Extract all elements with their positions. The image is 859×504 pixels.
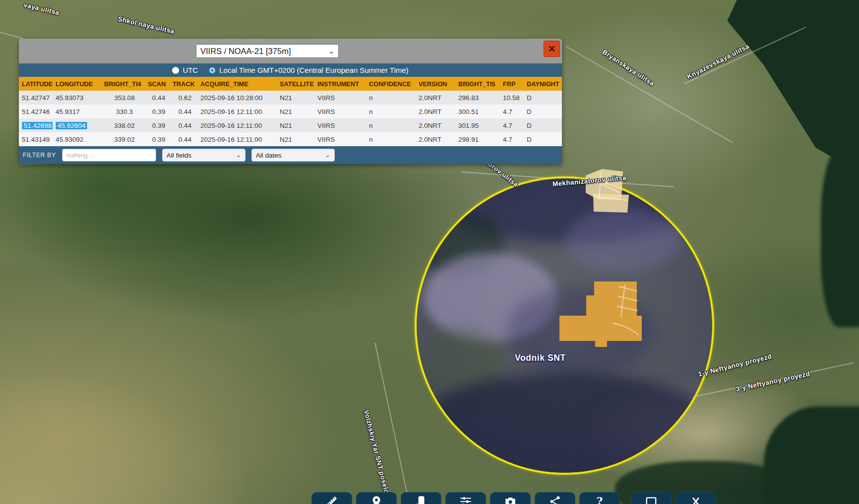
table-cell[interactable]: 0.39 (145, 136, 170, 143)
table-row[interactable]: 51.4274745.93073353.080.440.622025-09-16… (19, 91, 562, 105)
camera-icon (504, 495, 517, 504)
table-cell[interactable]: 0.62 (170, 94, 197, 102)
table-cell[interactable]: 2.0NRT (416, 94, 455, 102)
toolbar-help-button[interactable]: ? (579, 492, 620, 504)
table-cell[interactable]: 0.44 (170, 122, 197, 129)
table-cell[interactable]: 2025-09-16 12:11:00 (197, 108, 277, 115)
table-cell[interactable]: 2025-09-16 12:11:00 (197, 122, 277, 129)
table-cell[interactable]: 51.42746 (19, 108, 53, 115)
toolbar-location-button[interactable] (356, 492, 397, 504)
table-cell[interactable]: 2.0NRT (416, 136, 455, 143)
map-water-right-edge (821, 149, 859, 327)
table-cell[interactable]: N21 (277, 94, 314, 102)
column-header-frp[interactable]: FRP (500, 80, 524, 88)
toolbar-share-button[interactable] (535, 492, 575, 504)
table-cell[interactable]: N21 (277, 136, 314, 143)
table-cell[interactable]: 353.08 (101, 94, 145, 102)
time-mode-bar: UTC Local Time GMT+0200 (Central Europea… (19, 63, 562, 77)
table-cell[interactable]: 2025-09-16 10:28:00 (197, 94, 277, 102)
table-cell[interactable]: 51.42698 (19, 122, 53, 129)
fire-data-panel: VIIRS / NOAA-21 [375m] ⌄ ✕ UTC Local Tim… (19, 39, 562, 164)
table-cell[interactable]: n (366, 108, 416, 115)
column-header-daynight[interactable]: DAYNIGHT (524, 80, 562, 88)
table-cell[interactable]: 45.92604 (53, 122, 101, 129)
rectangle-icon (645, 495, 658, 504)
table-cell[interactable]: 4.7 (500, 122, 524, 129)
table-cell[interactable]: D (524, 122, 562, 129)
table-cell[interactable]: 45.93073 (53, 94, 101, 102)
table-cell[interactable]: n (366, 122, 416, 129)
table-cell[interactable]: VIIRS (314, 136, 366, 143)
table-cell[interactable]: D (524, 136, 562, 143)
table-cell[interactable]: 339.02 (101, 136, 145, 143)
dates-select[interactable]: All dates ⌄ (251, 149, 335, 162)
table-cell[interactable]: 300.51 (455, 108, 500, 115)
toolbar-rectangle-button[interactable] (631, 492, 672, 504)
table-cell[interactable]: 298.91 (455, 136, 500, 143)
toolbar-camera-button[interactable] (490, 492, 531, 504)
radio-icon (172, 67, 179, 74)
table-cell[interactable]: 4.7 (500, 136, 524, 143)
column-header-instrument[interactable]: INSTRUMENT (314, 80, 366, 88)
table-cell[interactable]: 301.95 (455, 122, 500, 129)
table-cell[interactable]: 0.44 (170, 108, 197, 115)
burn-mid-patch (506, 287, 655, 377)
table-cell[interactable]: 0.44 (170, 136, 197, 143)
table-cell[interactable]: 10.58 (500, 94, 524, 102)
fields-select[interactable]: All fields ⌄ (162, 149, 245, 162)
burn-area-overlay (417, 178, 712, 473)
filter-by-label: FILTER BY (23, 152, 56, 159)
toolbar-card-button[interactable] (401, 492, 441, 504)
column-header-track[interactable]: TRACK (170, 80, 197, 88)
column-header-confidence[interactable]: CONFIDENCE (366, 80, 416, 88)
column-header-scan[interactable]: SCAN (145, 80, 170, 88)
table-cell[interactable]: 2.0NRT (416, 108, 455, 115)
panel-close-button[interactable]: ✕ (544, 41, 560, 57)
table-cell[interactable]: n (366, 94, 416, 102)
column-header-longitude[interactable]: LONGITUDE (53, 80, 101, 88)
table-cell[interactable]: D (524, 94, 562, 102)
table-cell[interactable]: 45.93092 (53, 136, 101, 143)
share-icon (549, 495, 561, 504)
table-cell[interactable]: N21 (277, 108, 314, 115)
table-row[interactable]: 51.4274645.9317330.30.390.442025-09-16 1… (19, 105, 562, 118)
table-cell[interactable]: 2.0NRT (416, 122, 455, 129)
toolbar-close-button[interactable] (675, 492, 716, 504)
table-cell[interactable]: VIIRS (314, 122, 366, 129)
column-header-version[interactable]: VERSION (416, 80, 455, 88)
table-row[interactable]: 51.4269845.92604338.020.390.442025-09-16… (19, 118, 562, 132)
table-cell[interactable]: 51.43149 (19, 136, 53, 143)
table-cell[interactable]: 296.83 (455, 94, 500, 102)
column-header-latitude[interactable]: LATITUDE (19, 80, 53, 88)
table-row[interactable]: 51.4314945.93092339.020.390.442025-09-16… (19, 132, 562, 146)
table-cell[interactable]: 0.39 (145, 122, 170, 129)
column-header-acquire_time[interactable]: ACQUIRE_TIME (197, 80, 277, 88)
table-cell[interactable]: N21 (277, 122, 314, 129)
table-cell[interactable]: 4.7 (500, 108, 524, 115)
table-cell[interactable]: 338.02 (101, 122, 145, 129)
table-cell[interactable]: 330.3 (101, 108, 145, 115)
column-header-bright_ti5[interactable]: BRIGHT_TI5 (455, 80, 500, 88)
table-cell[interactable]: 45.9317 (53, 108, 101, 115)
column-header-satellite[interactable]: SATELLITE (277, 80, 314, 88)
sliders-icon (459, 495, 472, 504)
table-cell[interactable]: n (366, 136, 416, 143)
table-cell[interactable]: 0.44 (145, 94, 170, 102)
local-time-radio[interactable]: Local Time GMT+0200 (Central European Su… (209, 66, 408, 74)
local-time-radio-label: Local Time GMT+0200 (Central European Su… (219, 66, 408, 74)
toolbar-measure-button[interactable] (311, 492, 352, 504)
detection-radius-circle (415, 176, 714, 475)
fields-select-value: All fields (167, 152, 236, 159)
toolbar-sliders-button[interactable] (445, 492, 486, 504)
table-cell[interactable]: 2025-09-16 12:11:00 (197, 136, 277, 143)
table-cell[interactable]: 0.39 (145, 108, 170, 115)
table-cell[interactable]: 51.42747 (19, 94, 53, 102)
utc-radio[interactable]: UTC (172, 66, 198, 74)
column-header-bright_ti4[interactable]: BRIGHT_TI4 (101, 80, 145, 88)
table-cell[interactable]: VIIRS (314, 108, 366, 115)
filter-input[interactable] (62, 149, 156, 162)
table-cell[interactable]: VIIRS (314, 94, 366, 102)
table-cell[interactable]: D (524, 108, 562, 115)
svg-text:?: ? (597, 495, 603, 504)
dataset-select[interactable]: VIIRS / NOAA-21 [375m] ⌄ (196, 44, 339, 58)
